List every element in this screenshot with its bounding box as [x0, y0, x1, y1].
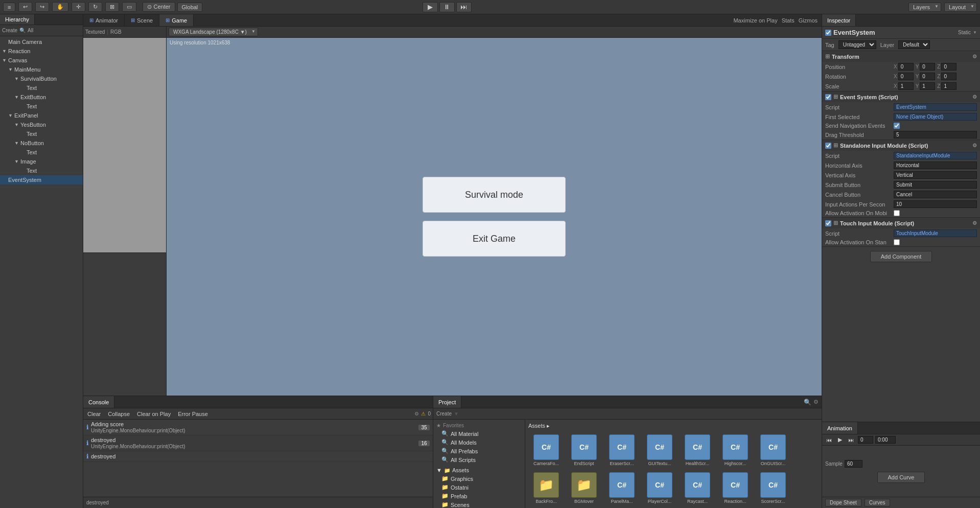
touch-input-header[interactable]: ⊞ Touch Input Module (Script) ⚙: [822, 218, 980, 228]
asset-item-playercol---[interactable]: PlayerCol...: [642, 470, 678, 506]
hier-item-survival-button[interactable]: ▼SurvivalButton: [0, 74, 83, 83]
move-tool[interactable]: ✛: [72, 2, 85, 12]
console-clear-on-play-btn[interactable]: Clear on Play: [135, 411, 173, 417]
tab-project[interactable]: Project: [433, 396, 461, 408]
console-error-pause-btn[interactable]: Error Pause: [176, 411, 210, 417]
asset-item-onguiscr---[interactable]: OnGUIScr...: [755, 432, 791, 468]
rot-y[interactable]: [920, 73, 935, 80]
play-button[interactable]: ▶: [423, 2, 438, 12]
si-horiz-value[interactable]: [894, 161, 977, 169]
transform-settings-icon[interactable]: ⚙: [972, 54, 977, 59]
tab-animation[interactable]: Animation: [822, 422, 858, 434]
layer-dropdown[interactable]: Default: [898, 40, 930, 49]
es-send-nav-checkbox[interactable]: [894, 123, 900, 129]
anim-play-btn[interactable]: ▶: [836, 436, 844, 443]
standalone-input-active[interactable]: [825, 143, 831, 149]
curves-btn[interactable]: Curves: [865, 499, 890, 506]
event-system-header[interactable]: ⊞ Event System (Script) ⚙: [822, 91, 980, 102]
pos-y[interactable]: [920, 63, 935, 71]
asset-item-guitextu---[interactable]: GUITextu...: [642, 432, 678, 468]
si-script-value[interactable]: StandaloneInputModule: [894, 152, 977, 159]
fav-all-material[interactable]: 🔍 All Material: [433, 429, 525, 438]
rotate-tool[interactable]: ↻: [88, 2, 102, 12]
es-drag-threshold-value[interactable]: [894, 131, 977, 138]
es-script-value[interactable]: EventSystem: [894, 103, 977, 111]
asset-item-healthscr---[interactable]: HealthScr...: [680, 432, 715, 468]
touch-input-active[interactable]: [825, 220, 831, 226]
hier-item-yes-button[interactable]: ▼YesButton: [0, 120, 83, 129]
hier-item-exit-button[interactable]: ▼ExitButton: [0, 93, 83, 102]
resolution-dropdown[interactable]: WXGA Landscape (1280x8C ▼): [169, 28, 258, 36]
add-component-button[interactable]: Add Component: [870, 251, 932, 262]
rot-z[interactable]: [941, 73, 956, 80]
fav-all-scripts[interactable]: 🔍 All Scripts: [433, 455, 525, 464]
console-collapse-btn[interactable]: Collapse: [106, 411, 132, 417]
hier-item-main-camera[interactable]: Main Camera: [0, 37, 83, 47]
folder-prefab[interactable]: 📁 Prefab: [433, 492, 525, 500]
tab-animator[interactable]: ⊞ Animator: [83, 14, 125, 26]
si-input-actions-value[interactable]: [894, 200, 977, 208]
dope-sheet-btn[interactable]: Dope Sheet: [825, 499, 861, 506]
tab-game[interactable]: ⊞ Game: [159, 14, 194, 26]
hier-item-exit-panel[interactable]: ▼ExitPanel: [0, 111, 83, 120]
create-btn[interactable]: Create: [2, 28, 17, 33]
ti-allow-checkbox[interactable]: [894, 239, 900, 245]
standalone-settings-icon[interactable]: ⚙: [972, 143, 977, 148]
step-button[interactable]: ⏭: [456, 2, 472, 12]
anim-fwd-btn[interactable]: ⏭: [846, 437, 856, 443]
console-row[interactable]: ℹAdding scoreUnityEngine.MonoBehaviour:p…: [83, 420, 433, 435]
survival-mode-button[interactable]: Survival mode: [423, 177, 566, 213]
asset-item-scorerscr---[interactable]: ScorerScr...: [755, 470, 791, 506]
add-curve-button[interactable]: Add Curve: [877, 472, 925, 483]
redo-btn[interactable]: ↪: [35, 2, 49, 12]
asset-item-reaction---[interactable]: Reaction...: [717, 470, 753, 506]
standalone-input-header[interactable]: ⊞ Standalone Input Module (Script) ⚙: [822, 140, 980, 151]
fav-all-prefabs[interactable]: 🔍 All Prefabs: [433, 447, 525, 455]
si-submit-value[interactable]: [894, 181, 977, 189]
hier-item-main-menu[interactable]: ▼MainMenu: [0, 65, 83, 74]
center-btn[interactable]: ⊙ Center: [143, 2, 175, 12]
ti-script-value[interactable]: TouchInputModule: [894, 229, 977, 237]
hier-item-event-system[interactable]: EventSystem: [0, 175, 83, 184]
tab-console[interactable]: Console: [83, 396, 114, 408]
si-cancel-value[interactable]: [894, 191, 977, 198]
asset-item-endscript[interactable]: EndScript: [566, 432, 602, 468]
undo-btn[interactable]: ↩: [18, 2, 32, 12]
sc-z[interactable]: [941, 82, 956, 90]
project-create-btn[interactable]: Create: [436, 411, 452, 417]
object-active-checkbox[interactable]: [825, 30, 831, 36]
console-clear-btn[interactable]: Clear: [85, 411, 103, 417]
hier-item-yes-text[interactable]: Text: [0, 129, 83, 138]
asset-item-highscor---[interactable]: Highscor...: [717, 432, 753, 468]
tab-scene[interactable]: ⊞ Scene: [125, 14, 159, 26]
es-first-selected-value[interactable]: None (Game Object): [894, 113, 977, 121]
tag-dropdown[interactable]: Untagged: [838, 40, 876, 49]
tab-inspector[interactable]: Inspector: [822, 14, 856, 26]
asset-item-camerafo---[interactable]: CameraFo...: [528, 432, 564, 468]
pause-button[interactable]: ⏸: [439, 2, 455, 12]
fav-all-models[interactable]: 🔍 All Models: [433, 438, 525, 447]
hier-item-no-button[interactable]: ▼NoButton: [0, 138, 83, 148]
hand-tool[interactable]: ✋: [52, 2, 68, 12]
hier-item-reaction[interactable]: ▼Reaction: [0, 47, 83, 56]
touch-settings-icon[interactable]: ⚙: [972, 220, 977, 226]
hier-item-surv-text[interactable]: Text: [0, 83, 83, 93]
maximize-on-play-btn[interactable]: Maximize on Play: [733, 17, 777, 24]
asset-item-raycast---[interactable]: Raycast...: [680, 470, 715, 506]
event-system-settings-icon[interactable]: ⚙: [972, 94, 977, 100]
asset-item-panelma---[interactable]: PanelMa...: [604, 470, 640, 506]
layout-dropdown[interactable]: Layout: [944, 3, 977, 12]
pos-z[interactable]: [941, 63, 956, 71]
hier-item-exit-text[interactable]: Text: [0, 102, 83, 111]
hier-item-image[interactable]: ▼Image: [0, 157, 83, 166]
assets-label[interactable]: ▼ 📁 Assets: [433, 466, 525, 474]
asset-item-eraserscr---[interactable]: EraserScr...: [604, 432, 640, 468]
rect-tool[interactable]: ▭: [122, 2, 136, 12]
sc-y[interactable]: [920, 82, 935, 90]
layers-dropdown[interactable]: Layers: [908, 3, 941, 12]
sample-input[interactable]: [845, 460, 862, 468]
gizmos-btn[interactable]: Gizmos: [799, 17, 818, 24]
transform-header[interactable]: ⊞ Transform ⚙: [822, 51, 980, 62]
asset-item-bgmover[interactable]: 📁BGMover: [566, 470, 602, 506]
si-allow-activation-checkbox[interactable]: [894, 210, 900, 216]
